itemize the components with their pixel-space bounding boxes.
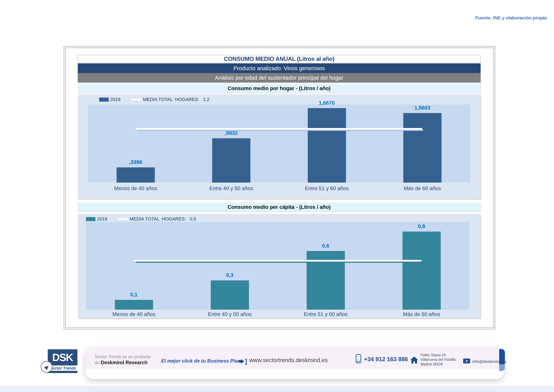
- category-label: Entre 40 y 50 años: [182, 311, 278, 317]
- legend-media-swatch: [131, 99, 141, 100]
- plot-area-percapita: 0,10,30,60,8: [86, 222, 470, 310]
- footer-product-line1: Sector Trends es un producto: [95, 354, 151, 359]
- dsk-logo-circle: ▶: [41, 361, 52, 373]
- bar-value-label: 0,6: [278, 243, 374, 249]
- home-icon: [410, 357, 418, 364]
- footer-slogan: El mejor click de tu Business Plan: [161, 358, 241, 364]
- report-title: CONSUMO MEDIO ANUAL (Litros al año): [78, 55, 481, 63]
- footer-brand: Deskmind Research: [101, 360, 147, 365]
- bar-value-label: 0,1: [86, 292, 182, 298]
- dsk-logo-text: DSK: [48, 349, 77, 365]
- bar: [117, 167, 155, 182]
- bar: [403, 113, 442, 182]
- section-title-hogar: Consumo medio por hogar - (Litros / año): [78, 84, 481, 93]
- category-label: Entre 51 y 60 años: [278, 311, 374, 317]
- report-frame: CONSUMO MEDIO ANUAL (Litros al año) Prod…: [64, 46, 495, 329]
- legend-hogar: 2019MEDIA TOTAL HOGARES: 1.2: [99, 97, 209, 102]
- bar: [308, 108, 346, 182]
- website-url[interactable]: www.sectortrends.deskmind.es: [249, 357, 328, 364]
- section-title-percapita: Consumo medio per cápita - (Litros / año…: [78, 203, 481, 211]
- legend-year-label: 2019: [110, 97, 121, 102]
- address-line1: Pablo Tejera 24.: [421, 353, 457, 357]
- dsk-logo: DSK Sector Trends ▶: [48, 349, 77, 373]
- category-label: Entre 40 y 50 años: [183, 185, 279, 191]
- media-total-line: [136, 128, 422, 130]
- footer-product-prefix: de: [95, 360, 101, 365]
- address: Pablo Tejera 24. Villanueva del Pardillo…: [421, 353, 457, 367]
- bar-value-label: 0,3: [182, 272, 278, 278]
- legend-series-swatch: [99, 98, 109, 102]
- email-address[interactable]: info@deskmind.es: [472, 359, 506, 364]
- bar-value-label: 1,5603: [374, 105, 470, 111]
- category-axis-hogar: Menos de 40 añosEntre 40 y 50 añosEntre …: [88, 185, 470, 192]
- address-line3: Madrid 28229: [421, 362, 457, 367]
- category-label: Menos de 40 años: [88, 185, 183, 191]
- bar-value-label: ,3396: [88, 159, 183, 165]
- dsk-logo-strip: [48, 371, 77, 373]
- legend-series-swatch: [86, 217, 95, 221]
- chart-panel-percapita: 2019MEDIA TOTAL HOGARES: 0,5 0,10,30,60,…: [78, 214, 481, 318]
- bottom-strip: [0, 386, 554, 392]
- media-total-line: [134, 260, 422, 262]
- legend-percapita: 2019MEDIA TOTAL HOGARES: 0,5: [86, 216, 196, 222]
- plot-area-hogar: ,3396,99321,66701,5603: [88, 105, 470, 182]
- bar: [211, 280, 249, 310]
- bookmark-bottom: [499, 364, 505, 371]
- arrow-bracket: ]: [245, 358, 247, 364]
- arrow-right-icon: ]: [239, 358, 247, 364]
- source-note: Fuente: INE y elaboración propia: [475, 15, 547, 21]
- legend-media-label: MEDIA TOTAL HOGARES: 1.2: [143, 97, 209, 102]
- category-label: Más de 60 años: [374, 185, 470, 191]
- bar: [212, 138, 250, 182]
- phone-number[interactable]: +34 912 163 886: [364, 356, 408, 363]
- bar: [402, 231, 441, 310]
- analysis-banner: Análisis por edad del sustentador princi…: [78, 73, 481, 83]
- phone-icon: [356, 354, 361, 363]
- category-label: Más de 60 años: [374, 311, 470, 317]
- paper-plane-icon: ▶: [43, 364, 50, 370]
- legend-media-swatch: [118, 218, 128, 220]
- bar-value-label: ,9932: [183, 130, 279, 136]
- category-label: Menos de 40 años: [86, 311, 182, 317]
- bar: [115, 300, 153, 310]
- bar-value-label: 0,8: [374, 223, 470, 229]
- chart-panel-hogar: 2019MEDIA TOTAL HOGARES: 1.2 ,3396,99321…: [78, 94, 481, 199]
- address-line2: Villanueva del Pardillo.: [421, 357, 457, 362]
- legend-media-label: MEDIA TOTAL HOGARES: 0,5: [130, 216, 196, 222]
- category-axis-percapita: Menos de 40 añosEntre 40 y 50 añosEntre …: [86, 311, 470, 318]
- envelope-icon: ×: [463, 358, 470, 363]
- category-label: Entre 51 y 60 años: [279, 185, 374, 191]
- legend-year-label: 2019: [97, 216, 107, 222]
- footer-product-line2: de Deskmind Research: [95, 360, 147, 365]
- product-banner: Producto analizado: Vinos generosos: [78, 63, 481, 73]
- bar-value-label: 1,6670: [279, 100, 374, 106]
- page: Fuente: INE y elaboración propia CONSUMO…: [0, 0, 554, 392]
